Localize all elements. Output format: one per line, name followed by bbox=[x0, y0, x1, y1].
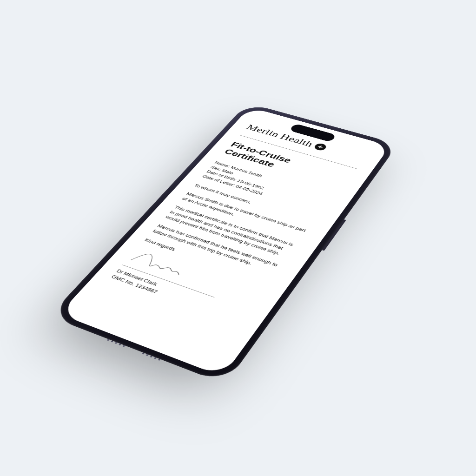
body-para-3: Marcus has confirmed that he feels well … bbox=[151, 223, 284, 276]
phone-side-button bbox=[322, 219, 346, 251]
phone-mockup: Merlin Health Fit-to-Cruise Certificate … bbox=[49, 103, 398, 384]
speaker-dots-right bbox=[141, 352, 161, 361]
signatory-reg-label: GMC No. bbox=[110, 274, 136, 286]
speaker-dots-left bbox=[106, 339, 125, 348]
plus-icon bbox=[313, 143, 328, 152]
phone-speaker-row bbox=[80, 329, 188, 372]
signatory-block: Dr Michael Clark GMC No. 1234567 bbox=[109, 268, 249, 326]
signature-icon bbox=[124, 245, 268, 308]
brand-name: Merlin Health bbox=[245, 123, 316, 149]
stage-background: Merlin Health Fit-to-Cruise Certificate … bbox=[0, 0, 476, 476]
signatory-reg-value: 1234567 bbox=[134, 282, 159, 294]
phone-screen: Merlin Health Fit-to-Cruise Certificate … bbox=[59, 107, 390, 377]
signature-line bbox=[122, 264, 214, 298]
phone-body: Merlin Health Fit-to-Cruise Certificate … bbox=[49, 103, 398, 384]
closing: Kind regards bbox=[143, 238, 274, 285]
certificate-document: Merlin Health Fit-to-Cruise Certificate … bbox=[59, 107, 390, 377]
signatory-reg-row: GMC No. 1234567 bbox=[109, 273, 244, 326]
signatory-name: Dr Michael Clark bbox=[114, 268, 249, 320]
